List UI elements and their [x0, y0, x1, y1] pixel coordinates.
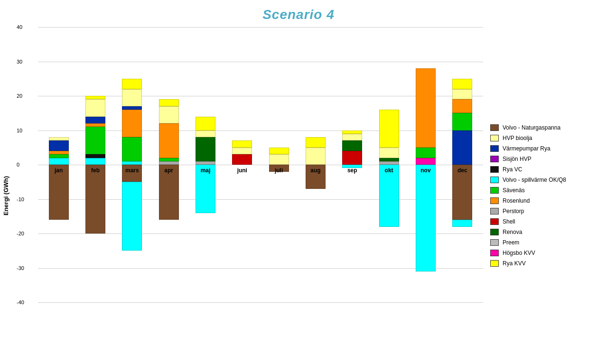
legend-item: Rosenlund: [490, 197, 592, 204]
bars-container: janfebmarsaprmajjunijuliaugsepoktnovdec: [38, 27, 483, 302]
month-label: maj: [196, 167, 215, 313]
legend-color: [490, 250, 499, 256]
bar-group: feb: [77, 27, 113, 302]
bar-segment-positive: [85, 123, 105, 127]
bar-segment-positive: [342, 131, 362, 134]
legend-color: [490, 177, 499, 183]
bar-segment-positive: [342, 134, 362, 141]
bar-segment-positive: [452, 79, 472, 89]
bar-group: sep: [334, 27, 371, 302]
bar-segment-positive: [416, 68, 436, 148]
legend-label: Högsbo KVV: [503, 250, 535, 256]
bar-segment-positive: [85, 127, 105, 154]
month-label: mars: [122, 167, 142, 313]
bar-segment-positive: [416, 158, 436, 165]
legend-color: [490, 145, 499, 152]
bar-segment-positive: [49, 154, 69, 158]
legend-color: [490, 124, 499, 131]
bar-segment-positive: [342, 151, 362, 165]
bar-segment-positive: [232, 154, 252, 165]
bar-segment-positive: [85, 96, 105, 99]
legend-color: [490, 166, 499, 173]
legend-color: [490, 156, 499, 162]
bar-group: juli: [261, 27, 297, 302]
bar-stack-wrapper: aug: [306, 27, 326, 302]
month-label: juni: [232, 167, 252, 313]
legend-label: Rya KVV: [503, 260, 526, 267]
legend-item: Shell: [490, 218, 592, 225]
bar-segment-positive: [159, 123, 179, 158]
legend-label: Preem: [503, 239, 519, 246]
bar-segment-positive: [452, 89, 472, 100]
legend-label: Renova: [503, 229, 522, 235]
bar-segment-positive: [379, 148, 399, 158]
bar-stack-wrapper: dec: [452, 27, 472, 302]
bar-stack-wrapper: mars: [122, 27, 142, 302]
legend-item: Renova: [490, 229, 592, 235]
bar-segment-positive: [196, 137, 215, 161]
month-label: sep: [342, 167, 362, 313]
bar-group: maj: [187, 27, 224, 302]
bar-segment-positive: [122, 89, 142, 106]
bar-stack-wrapper: maj: [196, 27, 215, 302]
bar-segment-positive: [159, 106, 179, 123]
bar-group: mars: [114, 27, 150, 302]
legend-color: [490, 197, 499, 204]
legend-label: Rosenlund: [503, 197, 530, 204]
bar-segment-positive: [269, 148, 289, 155]
legend-color: [490, 260, 499, 267]
legend-item: Rya KVV: [490, 260, 592, 267]
legend-item: Värmepumpar Rya: [490, 145, 592, 152]
legend-label: Värmepumpar Rya: [503, 145, 550, 152]
bar-segment-positive: [159, 99, 179, 106]
legend-item: Preem: [490, 239, 592, 246]
legend-label: Rya VC: [503, 166, 522, 173]
bar-stack-wrapper: nov: [416, 27, 436, 302]
bar-segment-positive: [452, 131, 472, 165]
bar-group: juni: [224, 27, 261, 302]
bar-segment-positive: [306, 148, 326, 165]
legend-color: [490, 239, 499, 246]
bar-segment-positive: [49, 137, 69, 140]
bar-segment-positive: [306, 137, 326, 148]
bar-segment-positive: [122, 137, 142, 161]
chart-area: 403020100-10-20-30-40janfebmarsaprmajjun…: [14, 27, 488, 364]
bar-segment-positive: [85, 117, 105, 124]
bar-segment-positive: [232, 140, 252, 148]
bar-group: okt: [371, 27, 407, 302]
y-axis-tick-label: 30: [17, 59, 22, 65]
bar-segment-positive: [122, 79, 142, 89]
legend-color: [490, 135, 499, 141]
bar-group: jan: [40, 27, 77, 302]
legend: Volvo - NaturgaspannaHVP biooljaVärmepum…: [488, 27, 597, 364]
legend-label: Perstorp: [503, 208, 524, 215]
legend-item: Volvo - spillvärme OK/Q8: [490, 177, 592, 183]
bar-segment-positive: [196, 131, 215, 138]
bar-stack-wrapper: sep: [342, 27, 362, 302]
legend-color: [490, 218, 499, 225]
legend-item: Rya VC: [490, 166, 592, 173]
bar-segment-positive: [159, 161, 179, 165]
bar-group: apr: [150, 27, 187, 302]
bar-group: aug: [297, 27, 334, 302]
bar-segment-positive: [85, 158, 105, 165]
chart-body: Energi (GWh) 403020100-10-20-30-40janfeb…: [0, 27, 597, 364]
bar-stack-wrapper: juli: [269, 27, 289, 302]
bar-segment-positive: [159, 158, 179, 161]
legend-label: Sisjön HVP: [503, 156, 532, 162]
legend-item: Volvo - Naturgaspanna: [490, 124, 592, 131]
y-axis-tick-label: 20: [17, 93, 22, 99]
bar-segment-positive: [342, 140, 362, 151]
y-axis-tick-label: 10: [17, 128, 22, 133]
y-axis-tick-label: 0: [17, 162, 19, 168]
bar-stack-wrapper: okt: [379, 27, 399, 302]
legend-color: [490, 208, 499, 215]
y-axis-tick-label: -40: [17, 299, 24, 305]
legend-item: Perstorp: [490, 208, 592, 215]
month-label: jan: [49, 167, 69, 313]
legend-color: [490, 229, 499, 235]
y-axis-tick-label: 40: [17, 24, 22, 30]
bar-segment-positive: [85, 154, 105, 158]
legend-label: Shell: [503, 218, 515, 225]
bar-segment-positive: [452, 113, 472, 130]
